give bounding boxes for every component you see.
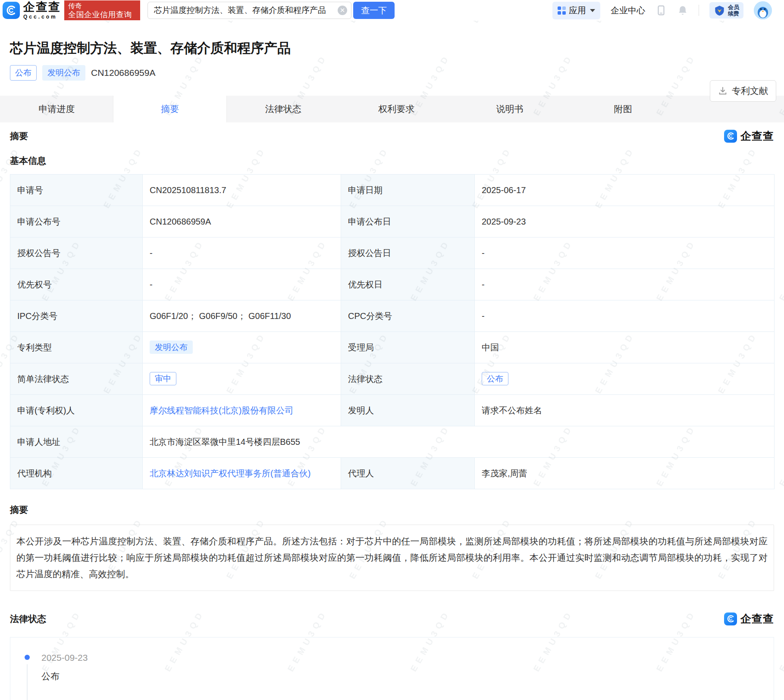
abstract-heading: 摘要 — [10, 504, 774, 516]
qcc-watermark-logo: 企查查 — [724, 612, 774, 626]
field-value: 李茂家,周蕾 — [475, 458, 775, 489]
field-value: CN202510811813.7 — [143, 175, 341, 206]
field-label: 申请号 — [10, 175, 143, 206]
tab-claims[interactable]: 权利要求 — [340, 96, 453, 122]
field-label: 专利类型 — [10, 332, 143, 363]
summary-section-heading: 摘要 — [10, 130, 28, 142]
crown-icon — [714, 5, 725, 16]
basic-info-table: 申请号 CN202510811813.7 申请日期 2025-06-17 申请公… — [10, 174, 775, 489]
basic-info-heading: 基本信息 — [10, 155, 774, 167]
publication-number: CN120686959A — [91, 68, 155, 78]
apps-menu-button[interactable]: 应用 — [552, 2, 600, 19]
legal-timeline-panel: 2025-09-23 公布 — [10, 637, 774, 700]
doc-button-label: 专利文献 — [732, 85, 768, 97]
field-value: 北京林达刘知识产权代理事务所(普通合伙) — [143, 458, 341, 489]
enterprise-center-link[interactable]: 企业中心 — [611, 5, 645, 16]
header-nav: 应用 企业中心 会员 续费 — [552, 1, 784, 19]
chevron-down-icon — [590, 9, 595, 12]
brand-domain: Qcc.com — [23, 14, 61, 19]
agency-link[interactable]: 北京林达刘知识产权代理事务所(普通合伙) — [150, 469, 310, 478]
qcc-watermark-logo: 企查查 — [724, 129, 774, 143]
member-renew-button[interactable]: 会员 续费 — [709, 2, 743, 19]
clear-search-icon[interactable]: ✕ — [338, 6, 347, 15]
promo-banner: 传奇 全国企业信用查询 — [64, 0, 140, 20]
qcc-logo-icon[interactable] — [3, 2, 20, 19]
applicant-link[interactable]: 摩尔线程智能科技(北京)股份有限公司 — [150, 406, 293, 415]
patent-title: 芯片温度控制方法、装置、存储介质和程序产品 — [10, 39, 784, 58]
field-value: - — [143, 237, 341, 269]
tab-description[interactable]: 说明书 — [453, 96, 567, 122]
field-value: 中国 — [475, 332, 775, 363]
search-button[interactable]: 查一下 — [353, 2, 395, 19]
field-value: - — [475, 269, 775, 300]
field-value: 北京市海淀区翠微中里14号楼四层B655 — [143, 426, 775, 458]
table-row: 申请人地址 北京市海淀区翠微中里14号楼四层B655 — [10, 426, 775, 458]
field-value: 摩尔线程智能科技(北京)股份有限公司 — [143, 395, 341, 426]
tab-bar: 申请进度 摘要 法律状态 权利要求 说明书 附图 — [0, 96, 784, 122]
field-value: 审中 — [143, 363, 341, 395]
brand-name: 企查查 — [23, 1, 61, 13]
field-value: 公布 — [475, 363, 775, 395]
brand-text[interactable]: 企查查 Qcc.com — [23, 1, 61, 19]
field-label: 简单法律状态 — [10, 363, 143, 395]
field-label: 授权公告号 — [10, 237, 143, 269]
field-label: 代理人 — [341, 458, 475, 489]
table-row: 代理机构 北京林达刘知识产权代理事务所(普通合伙) 代理人 李茂家,周蕾 — [10, 458, 775, 489]
top-header: 企查查 Qcc.com 传奇 全国企业信用查询 ✕ 查一下 应用 企业中心 — [0, 0, 784, 21]
legal-status-heading: 法律状态 — [10, 613, 46, 625]
field-value: 2025-06-17 — [475, 175, 775, 206]
qcc-mini-logo-icon — [724, 612, 737, 625]
table-row: 简单法律状态 审中 法律状态 公布 — [10, 363, 775, 395]
timeline-line — [27, 664, 28, 700]
qcc-mini-logo-text: 企查查 — [740, 129, 774, 143]
field-label: 申请人地址 — [10, 426, 143, 458]
legal-status-badge: 公布 — [482, 372, 508, 385]
qcc-spiral-icon — [5, 4, 17, 16]
download-icon — [718, 86, 728, 96]
apps-grid-icon — [558, 6, 566, 15]
table-row: 优先权号 - 优先权日 - — [10, 269, 775, 300]
field-value: - — [143, 269, 341, 300]
user-avatar[interactable] — [754, 1, 772, 19]
timeline-date: 2025-09-23 — [41, 653, 88, 663]
field-label: 申请(专利权)人 — [10, 395, 143, 426]
field-label: 优先权号 — [10, 269, 143, 300]
searchbar: ✕ 查一下 — [147, 2, 395, 19]
field-label: 申请公布日 — [341, 206, 475, 237]
qcc-mini-logo-icon — [724, 130, 737, 143]
table-row: 申请(专利权)人 摩尔线程智能科技(北京)股份有限公司 发明人 请求不公布姓名 — [10, 395, 775, 426]
field-label: 授权公告日 — [341, 237, 475, 269]
tab-abstract[interactable]: 摘要 — [113, 96, 227, 122]
field-label: 申请公布号 — [10, 206, 143, 237]
field-value: CN120686959A — [143, 206, 341, 237]
field-label: IPC分类号 — [10, 300, 143, 332]
patent-type-badge[interactable]: 发明公布 — [150, 341, 193, 354]
field-label: 优先权日 — [341, 269, 475, 300]
timeline-dot — [25, 655, 30, 660]
tab-figures[interactable]: 附图 — [566, 96, 680, 122]
field-value: 发明公布 — [143, 332, 341, 363]
field-value: - — [475, 237, 775, 269]
field-value: G06F1/20； G06F9/50； G06F11/30 — [143, 300, 341, 332]
patent-document-button[interactable]: 专利文献 — [710, 80, 776, 102]
field-value: 请求不公布姓名 — [475, 395, 775, 426]
mobile-app-icon[interactable] — [655, 5, 667, 16]
table-row: IPC分类号 G06F1/20； G06F9/50； G06F11/30 CPC… — [10, 300, 775, 332]
header-divider — [699, 5, 699, 16]
search-input[interactable] — [147, 2, 351, 19]
qcc-mini-logo-text: 企查查 — [740, 612, 774, 626]
promo-line1: 传奇 — [68, 2, 136, 10]
notification-bell-icon[interactable] — [677, 5, 688, 16]
table-row: 授权公告号 - 授权公告日 - — [10, 237, 775, 269]
member-label-line2: 续费 — [728, 10, 739, 17]
avatar-penguin-icon — [754, 1, 772, 19]
field-value: - — [475, 300, 775, 332]
promo-line2: 全国企业信用查询 — [68, 10, 136, 19]
type-badge[interactable]: 发明公布 — [42, 65, 85, 81]
table-row: 申请号 CN202510811813.7 申请日期 2025-06-17 — [10, 175, 775, 206]
status-badge: 公布 — [10, 65, 37, 81]
tab-application-progress[interactable]: 申请进度 — [0, 96, 113, 122]
table-row: 专利类型 发明公布 受理局 中国 — [10, 332, 775, 363]
timeline-event: 公布 — [41, 670, 60, 682]
tab-legal-status[interactable]: 法律状态 — [226, 96, 340, 122]
